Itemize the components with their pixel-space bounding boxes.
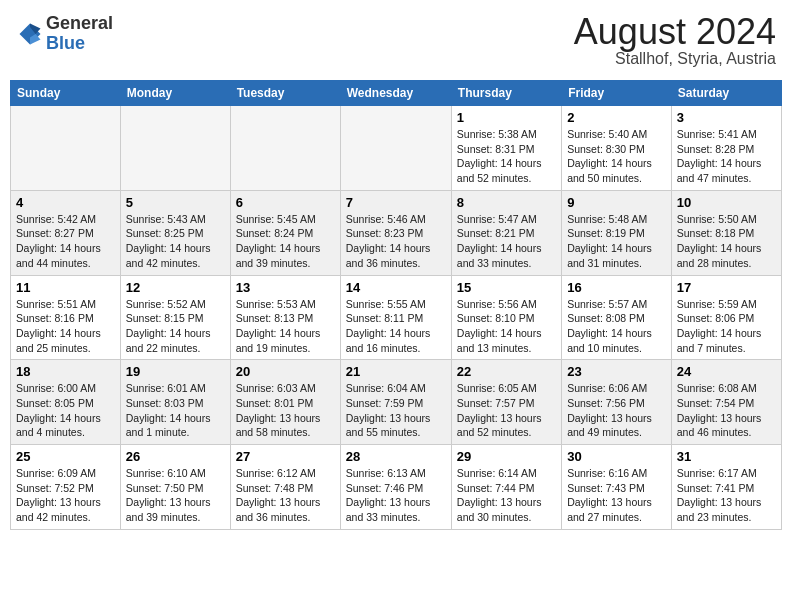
weekday-header-friday: Friday — [562, 81, 672, 106]
day-info: Sunrise: 5:52 AM Sunset: 8:15 PM Dayligh… — [126, 297, 225, 356]
calendar-cell: 3Sunrise: 5:41 AM Sunset: 8:28 PM Daylig… — [671, 106, 781, 191]
calendar-cell: 31Sunrise: 6:17 AM Sunset: 7:41 PM Dayli… — [671, 445, 781, 530]
calendar-cell: 10Sunrise: 5:50 AM Sunset: 8:18 PM Dayli… — [671, 190, 781, 275]
weekday-header-tuesday: Tuesday — [230, 81, 340, 106]
calendar-cell: 12Sunrise: 5:52 AM Sunset: 8:15 PM Dayli… — [120, 275, 230, 360]
day-number: 12 — [126, 280, 225, 295]
day-number: 13 — [236, 280, 335, 295]
weekday-header-monday: Monday — [120, 81, 230, 106]
calendar-cell: 22Sunrise: 6:05 AM Sunset: 7:57 PM Dayli… — [451, 360, 561, 445]
weekday-header-sunday: Sunday — [11, 81, 121, 106]
calendar-cell: 11Sunrise: 5:51 AM Sunset: 8:16 PM Dayli… — [11, 275, 121, 360]
day-info: Sunrise: 5:53 AM Sunset: 8:13 PM Dayligh… — [236, 297, 335, 356]
day-number: 16 — [567, 280, 666, 295]
calendar-cell: 16Sunrise: 5:57 AM Sunset: 8:08 PM Dayli… — [562, 275, 672, 360]
calendar-cell: 7Sunrise: 5:46 AM Sunset: 8:23 PM Daylig… — [340, 190, 451, 275]
day-number: 22 — [457, 364, 556, 379]
month-title: August 2024 — [574, 14, 776, 50]
day-number: 10 — [677, 195, 776, 210]
day-info: Sunrise: 5:59 AM Sunset: 8:06 PM Dayligh… — [677, 297, 776, 356]
calendar-cell: 17Sunrise: 5:59 AM Sunset: 8:06 PM Dayli… — [671, 275, 781, 360]
day-number: 14 — [346, 280, 446, 295]
day-number: 5 — [126, 195, 225, 210]
day-info: Sunrise: 5:56 AM Sunset: 8:10 PM Dayligh… — [457, 297, 556, 356]
calendar-cell: 6Sunrise: 5:45 AM Sunset: 8:24 PM Daylig… — [230, 190, 340, 275]
day-info: Sunrise: 5:43 AM Sunset: 8:25 PM Dayligh… — [126, 212, 225, 271]
day-number: 15 — [457, 280, 556, 295]
title-block: August 2024 Stallhof, Styria, Austria — [574, 14, 776, 68]
day-info: Sunrise: 6:06 AM Sunset: 7:56 PM Dayligh… — [567, 381, 666, 440]
weekday-header-saturday: Saturday — [671, 81, 781, 106]
day-number: 18 — [16, 364, 115, 379]
calendar-cell: 13Sunrise: 5:53 AM Sunset: 8:13 PM Dayli… — [230, 275, 340, 360]
day-info: Sunrise: 6:10 AM Sunset: 7:50 PM Dayligh… — [126, 466, 225, 525]
day-info: Sunrise: 6:12 AM Sunset: 7:48 PM Dayligh… — [236, 466, 335, 525]
day-number: 30 — [567, 449, 666, 464]
calendar-cell — [340, 106, 451, 191]
day-info: Sunrise: 6:13 AM Sunset: 7:46 PM Dayligh… — [346, 466, 446, 525]
calendar-cell: 18Sunrise: 6:00 AM Sunset: 8:05 PM Dayli… — [11, 360, 121, 445]
day-number: 9 — [567, 195, 666, 210]
calendar-cell: 9Sunrise: 5:48 AM Sunset: 8:19 PM Daylig… — [562, 190, 672, 275]
weekday-header-thursday: Thursday — [451, 81, 561, 106]
day-number: 1 — [457, 110, 556, 125]
calendar-cell: 20Sunrise: 6:03 AM Sunset: 8:01 PM Dayli… — [230, 360, 340, 445]
weekday-header-wednesday: Wednesday — [340, 81, 451, 106]
calendar-cell: 15Sunrise: 5:56 AM Sunset: 8:10 PM Dayli… — [451, 275, 561, 360]
day-info: Sunrise: 5:41 AM Sunset: 8:28 PM Dayligh… — [677, 127, 776, 186]
calendar-cell: 14Sunrise: 5:55 AM Sunset: 8:11 PM Dayli… — [340, 275, 451, 360]
calendar-cell: 28Sunrise: 6:13 AM Sunset: 7:46 PM Dayli… — [340, 445, 451, 530]
day-info: Sunrise: 6:01 AM Sunset: 8:03 PM Dayligh… — [126, 381, 225, 440]
day-number: 20 — [236, 364, 335, 379]
calendar-cell: 30Sunrise: 6:16 AM Sunset: 7:43 PM Dayli… — [562, 445, 672, 530]
day-info: Sunrise: 5:55 AM Sunset: 8:11 PM Dayligh… — [346, 297, 446, 356]
day-number: 23 — [567, 364, 666, 379]
day-info: Sunrise: 6:17 AM Sunset: 7:41 PM Dayligh… — [677, 466, 776, 525]
location-title: Stallhof, Styria, Austria — [574, 50, 776, 68]
day-number: 27 — [236, 449, 335, 464]
day-info: Sunrise: 5:38 AM Sunset: 8:31 PM Dayligh… — [457, 127, 556, 186]
calendar-cell — [120, 106, 230, 191]
day-number: 3 — [677, 110, 776, 125]
day-number: 4 — [16, 195, 115, 210]
calendar-cell: 5Sunrise: 5:43 AM Sunset: 8:25 PM Daylig… — [120, 190, 230, 275]
day-number: 24 — [677, 364, 776, 379]
calendar-cell — [11, 106, 121, 191]
calendar-cell: 23Sunrise: 6:06 AM Sunset: 7:56 PM Dayli… — [562, 360, 672, 445]
day-number: 29 — [457, 449, 556, 464]
day-info: Sunrise: 5:47 AM Sunset: 8:21 PM Dayligh… — [457, 212, 556, 271]
calendar-week-row: 11Sunrise: 5:51 AM Sunset: 8:16 PM Dayli… — [11, 275, 782, 360]
page-header: General Blue August 2024 Stallhof, Styri… — [10, 10, 782, 72]
day-number: 26 — [126, 449, 225, 464]
calendar-cell — [230, 106, 340, 191]
day-info: Sunrise: 6:09 AM Sunset: 7:52 PM Dayligh… — [16, 466, 115, 525]
calendar-cell: 1Sunrise: 5:38 AM Sunset: 8:31 PM Daylig… — [451, 106, 561, 191]
calendar-cell: 29Sunrise: 6:14 AM Sunset: 7:44 PM Dayli… — [451, 445, 561, 530]
weekday-header-row: SundayMondayTuesdayWednesdayThursdayFrid… — [11, 81, 782, 106]
day-info: Sunrise: 6:08 AM Sunset: 7:54 PM Dayligh… — [677, 381, 776, 440]
day-info: Sunrise: 6:14 AM Sunset: 7:44 PM Dayligh… — [457, 466, 556, 525]
day-info: Sunrise: 5:50 AM Sunset: 8:18 PM Dayligh… — [677, 212, 776, 271]
day-number: 7 — [346, 195, 446, 210]
logo-blue-text: Blue — [46, 33, 85, 53]
day-number: 31 — [677, 449, 776, 464]
calendar-cell: 26Sunrise: 6:10 AM Sunset: 7:50 PM Dayli… — [120, 445, 230, 530]
calendar-cell: 25Sunrise: 6:09 AM Sunset: 7:52 PM Dayli… — [11, 445, 121, 530]
calendar-week-row: 1Sunrise: 5:38 AM Sunset: 8:31 PM Daylig… — [11, 106, 782, 191]
day-number: 6 — [236, 195, 335, 210]
day-number: 8 — [457, 195, 556, 210]
calendar-cell: 4Sunrise: 5:42 AM Sunset: 8:27 PM Daylig… — [11, 190, 121, 275]
day-info: Sunrise: 5:42 AM Sunset: 8:27 PM Dayligh… — [16, 212, 115, 271]
calendar-week-row: 25Sunrise: 6:09 AM Sunset: 7:52 PM Dayli… — [11, 445, 782, 530]
day-info: Sunrise: 5:48 AM Sunset: 8:19 PM Dayligh… — [567, 212, 666, 271]
calendar-cell: 21Sunrise: 6:04 AM Sunset: 7:59 PM Dayli… — [340, 360, 451, 445]
calendar-week-row: 4Sunrise: 5:42 AM Sunset: 8:27 PM Daylig… — [11, 190, 782, 275]
day-number: 25 — [16, 449, 115, 464]
day-number: 21 — [346, 364, 446, 379]
day-number: 28 — [346, 449, 446, 464]
calendar-cell: 24Sunrise: 6:08 AM Sunset: 7:54 PM Dayli… — [671, 360, 781, 445]
calendar-cell: 27Sunrise: 6:12 AM Sunset: 7:48 PM Dayli… — [230, 445, 340, 530]
day-info: Sunrise: 6:00 AM Sunset: 8:05 PM Dayligh… — [16, 381, 115, 440]
day-info: Sunrise: 6:04 AM Sunset: 7:59 PM Dayligh… — [346, 381, 446, 440]
calendar-cell: 2Sunrise: 5:40 AM Sunset: 8:30 PM Daylig… — [562, 106, 672, 191]
